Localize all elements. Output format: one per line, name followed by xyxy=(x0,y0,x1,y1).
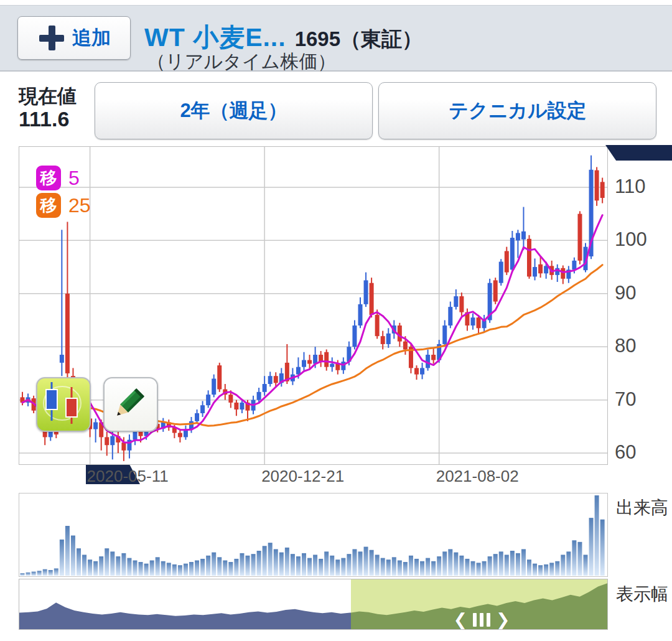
add-watchlist-button[interactable]: 追加 xyxy=(17,16,131,60)
legend-ma5: 移 5 xyxy=(36,164,91,192)
volume-label: 出来高 xyxy=(616,496,668,520)
y-axis-label: 90 xyxy=(615,282,671,304)
chevron-left-icon: ❮ xyxy=(453,612,467,628)
range-selector-handle[interactable]: ❮ ❯ xyxy=(441,612,522,628)
current-price-value: 111.6 xyxy=(19,107,69,131)
header-bar: 追加 WT 小麦E... 1695（東証） （リアルタイム株価） xyxy=(0,5,672,72)
realtime-note: （リアルタイム株価） xyxy=(147,49,336,75)
period-select-button[interactable]: 2年（週足） xyxy=(95,82,373,139)
chart-type-button[interactable] xyxy=(36,377,91,432)
plus-icon xyxy=(37,24,66,52)
chevron-right-icon: ❯ xyxy=(496,612,510,628)
drag-grip-icon xyxy=(473,613,490,627)
volume-chart xyxy=(19,494,607,576)
y-axis-label: 100 xyxy=(615,228,671,251)
ma5-period: 5 xyxy=(68,167,80,190)
technical-settings-button[interactable]: テクニカル設定 xyxy=(378,82,656,139)
x-axis-label: 2020-05-11 xyxy=(87,467,169,486)
y-axis-label: 80 xyxy=(615,335,671,357)
volume-panel xyxy=(19,493,608,577)
ma25-period: 25 xyxy=(68,194,91,217)
y-axis-label: 60 xyxy=(615,441,671,464)
add-button-label: 追加 xyxy=(72,25,111,51)
ma5-badge-icon: 移 xyxy=(36,166,61,190)
stock-chart-page: 追加 WT 小麦E... 1695（東証） （リアルタイム株価） 現在値 111… xyxy=(0,0,672,641)
pencil-icon xyxy=(105,378,154,428)
range-selector[interactable]: ❮ ❯ xyxy=(19,579,608,630)
draw-tool-button[interactable] xyxy=(103,377,158,432)
legend-ma25: 移 25 xyxy=(36,192,91,219)
x-axis-label: 2021-08-02 xyxy=(436,467,519,486)
ma-legend: 移 5 移 25 xyxy=(36,164,91,219)
range-width-label: 表示幅 xyxy=(616,583,668,606)
y-axis-label: 70 xyxy=(615,388,671,411)
x-axis-label: 2020-12-21 xyxy=(261,467,344,486)
candlestick-icon xyxy=(37,378,87,428)
price-marker-flag xyxy=(605,145,672,161)
ma25-badge-icon: 移 xyxy=(36,193,61,218)
current-price-label: 現在値 xyxy=(19,83,77,110)
y-axis-label: 110 xyxy=(615,175,671,198)
